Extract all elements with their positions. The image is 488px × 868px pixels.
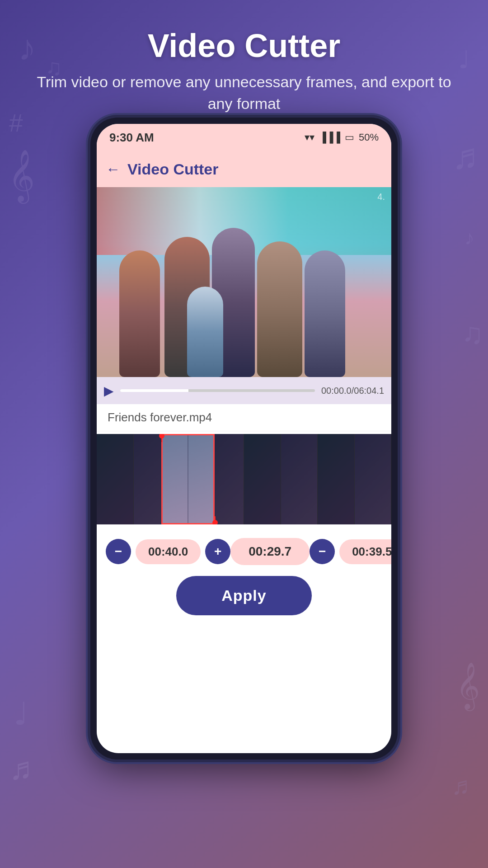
person-6 <box>187 287 223 377</box>
duration-display: 00:29.7 <box>230 538 310 565</box>
apply-button-container: Apply <box>106 576 382 615</box>
progress-bar-fill <box>120 389 188 392</box>
apply-button[interactable]: Apply <box>176 576 311 615</box>
music-note-7: ♩ <box>14 695 28 732</box>
timeline-strip[interactable] <box>97 434 391 524</box>
thumb-8 <box>355 434 392 524</box>
person-4 <box>257 241 302 377</box>
music-note-6: ♫ <box>461 316 483 350</box>
play-button[interactable]: ▶ <box>104 383 114 398</box>
thumb-5 <box>244 434 281 524</box>
person-5 <box>305 250 345 377</box>
page-subtitle: Trim video or remove any unnecessary fra… <box>0 71 488 114</box>
app-header: ← Video Cutter <box>97 151 391 187</box>
start-plus-button[interactable]: + <box>205 539 230 564</box>
phone-frame: 9:30 AM ▾▾ ▐▐▐ ▭ 50% ← Video Cutter <box>90 118 398 760</box>
end-time-group: − 00:39.5 + <box>310 539 391 564</box>
time-controls-row: − 00:40.0 + 00:29.7 − 00:39.5 + <box>106 538 382 565</box>
video-watermark: 4. <box>377 192 385 202</box>
music-note-5: ♪ <box>465 226 475 250</box>
signal-icon: ▐▐▐ <box>319 132 340 143</box>
end-time-display: 00:39.5 <box>339 539 391 564</box>
start-time-group: − 00:40.0 + <box>106 539 230 564</box>
app-title: Video Cutter <box>127 160 219 178</box>
video-controls: ▶ 00:00.0/06:04.1 <box>97 377 391 404</box>
thumb-6 <box>281 434 318 524</box>
progress-bar[interactable] <box>120 389 315 392</box>
music-note-4: ♬ <box>452 136 479 177</box>
thumb-1 <box>97 434 134 524</box>
thumbnail-strip <box>97 434 391 524</box>
status-time: 9:30 AM <box>109 131 154 145</box>
filename-bar: Friends forever.mp4 <box>97 404 391 431</box>
video-preview: 4. <box>97 187 391 377</box>
thumb-7 <box>318 434 355 524</box>
status-bar: 9:30 AM ▾▾ ▐▐▐ ▭ 50% <box>97 124 391 151</box>
video-thumbnail-bg <box>97 187 391 377</box>
page-title: Video Cutter <box>0 27 488 64</box>
start-minus-button[interactable]: − <box>106 539 131 564</box>
page-header: Video Cutter Trim video or remove any un… <box>0 27 488 114</box>
back-button[interactable]: ← <box>106 161 120 178</box>
phone-screen: 9:30 AM ▾▾ ▐▐▐ ▭ 50% ← Video Cutter <box>97 124 391 753</box>
status-icons: ▾▾ ▐▐▐ ▭ 50% <box>305 132 379 143</box>
timeline-selection-border <box>161 434 214 524</box>
music-note-8: ♬ <box>451 771 470 800</box>
start-time-display: 00:40.0 <box>136 539 201 564</box>
battery-percent: 50% <box>359 132 379 143</box>
timeline-marker-bottom[interactable] <box>215 516 216 524</box>
filename-text: Friends forever.mp4 <box>108 410 212 425</box>
person-1 <box>119 250 160 377</box>
end-minus-button[interactable]: − <box>310 539 335 564</box>
timeline-marker-top[interactable] <box>161 434 162 442</box>
wifi-icon: ▾▾ <box>305 132 314 143</box>
battery-icon: ▭ <box>345 132 354 143</box>
controls-section: − 00:40.0 + 00:29.7 − 00:39.5 + Apply <box>97 524 391 629</box>
time-display: 00:00.0/06:04.1 <box>321 386 384 396</box>
